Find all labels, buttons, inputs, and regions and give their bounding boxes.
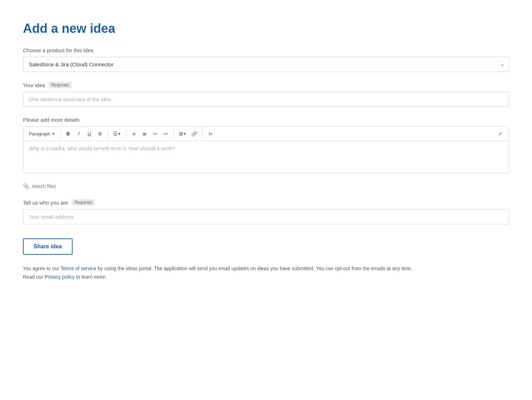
italic-btn[interactable]: I: [74, 129, 84, 139]
terms-text: You agree to our Terms of service by usi…: [23, 265, 425, 281]
table-link-group: ⊞ ▼ 🔗: [177, 129, 200, 139]
editor-content-area[interactable]: Why is it useful, who would benefit from…: [23, 141, 509, 173]
list-group: ≡ ≣ ⇨ ⇨: [129, 129, 171, 139]
attach-icon: 📎: [23, 183, 30, 189]
toolbar-divider-4: [174, 130, 174, 138]
toolbar-divider-2: [108, 130, 108, 138]
table-dropdown-btn[interactable]: ⊞ ▼: [177, 129, 189, 139]
who-label-group: Tell us who you are Required: [23, 199, 509, 206]
who-label-text: Tell us who you are: [23, 200, 68, 206]
expand-editor-btn[interactable]: ⤢: [495, 129, 505, 139]
privacy-policy-link[interactable]: Privacy policy: [44, 274, 75, 280]
product-label: Choose a product for this idea: [23, 47, 509, 53]
toolbar-divider-1: [60, 130, 61, 138]
attach-files-section: 📎 Attach files: [23, 183, 509, 189]
idea-label-text: Your idea: [23, 82, 45, 88]
ul-icon: ≡: [132, 131, 136, 137]
paragraph-caret-icon: ▼: [52, 132, 55, 136]
product-select-wrapper: Salesforce & Jira (Cloud) Connector ⬦: [23, 57, 509, 72]
indent-increase-btn[interactable]: ⇨: [161, 129, 171, 139]
idea-input[interactable]: [23, 92, 509, 107]
align-dropdown-btn[interactable]: ☰ ▼: [111, 129, 123, 139]
product-select[interactable]: Salesforce & Jira (Cloud) Connector: [23, 57, 509, 72]
who-required-badge: Required: [72, 199, 94, 206]
page-title: Add a new idea: [23, 21, 509, 36]
share-idea-button[interactable]: Share idea: [23, 238, 73, 255]
unordered-list-btn[interactable]: ≡: [129, 129, 139, 139]
terms-text-before: You agree to our: [23, 266, 61, 271]
paragraph-dropdown-btn[interactable]: Paragraph ▼: [27, 130, 57, 138]
idea-required-badge: Required: [49, 82, 72, 88]
editor-toolbar: Paragraph ▼ B I U S ☰ ▼: [23, 127, 509, 141]
email-input[interactable]: [23, 209, 509, 224]
who-section: Tell us who you are Required: [23, 199, 509, 224]
toolbar-divider-3: [126, 130, 126, 138]
details-section: Please add more details Paragraph ▼ B I …: [23, 117, 509, 173]
align-group: ☰ ▼: [111, 129, 123, 139]
indent-decrease-btn[interactable]: ⇨: [150, 129, 160, 139]
details-label: Please add more details: [23, 117, 509, 123]
editor-placeholder: Why is it useful, who would benefit from…: [29, 145, 175, 151]
align-caret-icon: ▼: [118, 132, 121, 136]
table-icon: ⊞: [179, 131, 183, 137]
text-format-group: B I U S: [63, 129, 105, 139]
idea-section: Your idea Required: [23, 82, 509, 107]
ol-icon: ≣: [142, 131, 147, 137]
indent-right-icon: ⇨: [163, 131, 168, 137]
strikethrough-btn[interactable]: S: [95, 129, 105, 139]
idea-label-group: Your idea Required: [23, 82, 509, 88]
rich-text-editor: Paragraph ▼ B I U S ☰ ▼: [23, 126, 509, 173]
indent-left-icon: ⇨: [153, 131, 157, 137]
align-icon: ☰: [113, 131, 118, 137]
product-section: Choose a product for this idea Salesforc…: [23, 47, 509, 72]
clear-format-btn[interactable]: Ix: [205, 129, 215, 139]
terms-text-after: to learn more.: [75, 274, 106, 280]
underline-btn[interactable]: U: [85, 129, 94, 139]
clear-format-subscript: x: [210, 132, 212, 136]
terms-of-service-link[interactable]: Terms of service: [61, 266, 97, 271]
link-icon: 🔗: [191, 131, 197, 137]
ordered-list-btn[interactable]: ≣: [140, 129, 150, 139]
attach-files-label: Attach files: [32, 183, 56, 189]
toolbar-divider-5: [202, 130, 203, 138]
attach-files-link[interactable]: 📎 Attach files: [23, 183, 509, 189]
table-caret-icon: ▼: [183, 132, 187, 136]
bold-btn[interactable]: B: [63, 129, 73, 139]
paragraph-label: Paragraph: [29, 131, 50, 137]
expand-icon: ⤢: [498, 131, 502, 137]
clear-format-group: Ix: [205, 129, 215, 139]
link-btn[interactable]: 🔗: [189, 129, 199, 139]
